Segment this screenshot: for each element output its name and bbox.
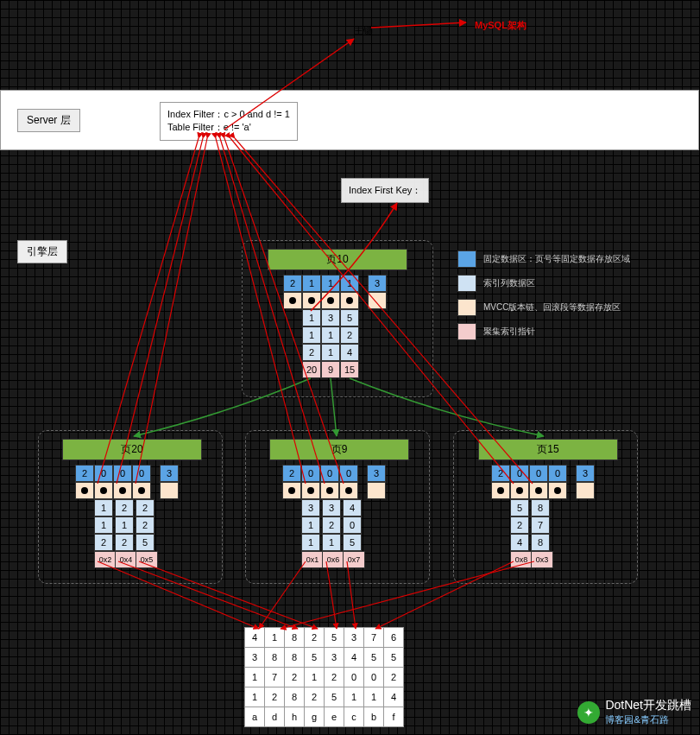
server-layer-label: Server 层 <box>17 109 80 132</box>
server-banner <box>0 90 699 150</box>
leaf-cream-row <box>491 482 595 499</box>
index-first-key-box: Index First Key： <box>341 178 429 203</box>
leaf-col: 2250x5 <box>136 499 158 568</box>
bottom-table: 41825376388534551721200212825114adhgecbf <box>244 627 404 727</box>
svg-line-0 <box>371 22 466 28</box>
leaf-col: 2120x4 <box>115 499 137 568</box>
legend-blue: 固定数据区：页号等固定数据存放区域 <box>457 250 630 268</box>
root-header-row: 2 1 1 1 3 <box>283 275 387 292</box>
table-filter-text: Table Filter：e != 'a' <box>167 121 290 134</box>
leaf-col: 5240x8 <box>510 499 533 568</box>
root-col-2: 5 2 4 15 <box>340 309 359 378</box>
root-col-1: 3 1 1 9 <box>321 309 340 378</box>
leaf-col: 1120x2 <box>94 499 117 568</box>
anno-top-title: 主键 <box>354 24 373 37</box>
legend-lightblue: 索引列数据区 <box>457 275 535 292</box>
leaf-cream-row <box>282 482 386 499</box>
leaf-col: 3210x6 <box>322 499 344 568</box>
leaf-col: 8780x3 <box>531 499 553 568</box>
leaf-page-header: 页9 <box>269 439 409 460</box>
leaf-header-row: 20003 <box>491 465 595 482</box>
filter-box: Index Filter：c > 0 and d != 1 Table Filt… <box>160 102 298 141</box>
index-filter-text: Index Filter：c > 0 and d != 1 <box>167 108 290 121</box>
root-cream-row <box>283 292 387 309</box>
wechat-icon: ✦ <box>577 701 600 724</box>
anno-top-red: MySQL架构 <box>475 19 527 32</box>
leaf-page-header: 页15 <box>478 439 618 460</box>
leaf-header-row: 20003 <box>75 465 179 482</box>
legend-pink: 聚集索引指针 <box>457 323 535 340</box>
root-page-header: 页10 <box>268 249 407 270</box>
leaf-cream-row <box>75 482 179 499</box>
root-col-0: 1 1 2 20 <box>302 309 321 378</box>
legend-cream: MVCC版本链、回滚段等数据存放区 <box>457 299 621 316</box>
engine-layer-label: 引擎层 <box>17 240 67 263</box>
leaf-col: 3110x1 <box>301 499 324 568</box>
index-first-key-label: Index First Key： <box>349 185 421 195</box>
watermark: ✦ DotNet开发跳槽 博客园&青石路 <box>577 698 691 726</box>
leaf-page-header: 页20 <box>62 439 202 460</box>
leaf-col: 4050x7 <box>343 499 365 568</box>
leaf-header-row: 20003 <box>282 465 386 482</box>
